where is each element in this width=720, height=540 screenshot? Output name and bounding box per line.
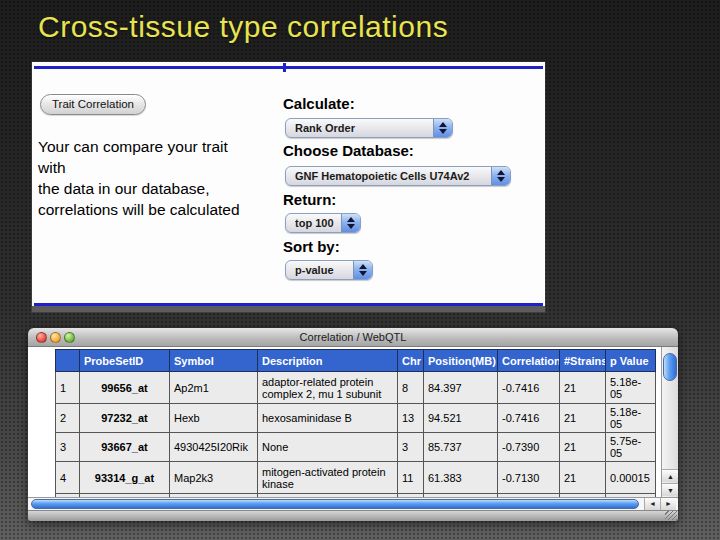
col-header-correlation: Correlation [498,350,560,372]
database-select-value: GNF Hematopoietic Cells U74Av2 [295,167,488,185]
strains-cell: 21 [560,372,606,404]
window-content: ProbeSetID Symbol Description Chr Positi… [28,347,678,497]
position-cell: 94.521 [424,404,498,433]
calculate-select[interactable]: Rank Order [285,118,453,138]
strains-cell: 21 [560,433,606,462]
scroll-down-icon[interactable]: ▼ [662,483,678,496]
description-cell: None [258,433,398,462]
description-line: the data in our database, [38,178,240,199]
return-select[interactable]: top 100 [285,213,361,233]
window-title: Correlation / WebQTL [28,328,678,347]
correlation-link[interactable]: -0.7416 [498,372,560,404]
table-row: 1 99656_at Ap2m1 adaptor-related protein… [56,372,656,404]
window-bottom-edge [28,510,678,521]
description-line: correlations will be calculated [38,199,240,220]
correlation-table: ProbeSetID Symbol Description Chr Positi… [55,349,656,497]
trait-correlation-button[interactable]: Trait Correlation [40,94,146,115]
horizontal-scrollbar[interactable]: ◄ ► [28,497,678,510]
pvalue-cell: 5.18e-05 [606,372,656,404]
row-index: 1 [56,372,80,404]
col-header-symbol: Symbol [170,350,258,372]
vertical-scrollbar[interactable]: ▲ ▼ [661,347,678,497]
row-index: 4 [56,462,80,494]
correlation-link[interactable]: -0.7416 [498,404,560,433]
description-cell: adaptor-related protein complex 2, mu 1 … [258,372,398,404]
pvalue-cell: 5.75e-05 [606,433,656,462]
return-label: Return: [283,191,336,208]
panel-bottom-edge [32,306,545,312]
table-row: 4 93314_g_at Map2k3 mitogen-activated pr… [56,462,656,494]
strains-cell: 21 [560,404,606,433]
symbol-link[interactable]: Hexb [170,404,258,433]
window-titlebar[interactable]: Correlation / WebQTL [28,328,678,347]
symbol-link[interactable]: Map2k3 [170,462,258,494]
description-cell: hexosaminidase B [258,404,398,433]
table-row: 2 97232_at Hexb hexosaminidase B 13 94.5… [56,404,656,433]
calculate-label: Calculate: [283,95,355,112]
slide-background: Cross-tissue type correlations Trait Cor… [0,0,720,540]
col-header-index [56,350,80,372]
table-row: 3 93667_at 4930425I20Rik None 3 85.737 -… [56,433,656,462]
col-header-chr: Chr [398,350,424,372]
sort-by-select-value: p-value [295,261,350,279]
scroll-up-icon[interactable]: ▲ [662,469,678,482]
description-line: with [38,157,240,178]
correlation-link[interactable]: -0.7390 [498,433,560,462]
table-header-row: ProbeSetID Symbol Description Chr Positi… [56,350,656,372]
position-cell: 61.383 [424,462,498,494]
row-index: 2 [56,404,80,433]
col-header-position: Position(MB) [424,350,498,372]
symbol-link[interactable]: Ap2m1 [170,372,258,404]
pvalue-cell: 0.00015 [606,462,656,494]
scroll-right-icon[interactable]: ► [660,498,676,510]
description-cell: mitogen-activated protein kinase [258,462,398,494]
correlation-results-window: Correlation / WebQTL ProbeSetID Symbol D… [28,328,678,521]
horizontal-scrollbar-thumb[interactable] [31,499,639,509]
position-cell: 84.397 [424,372,498,404]
calculate-select-value: Rank Order [295,119,430,137]
dropdown-stepper-icon [341,214,360,232]
probeset-link[interactable]: 93314_g_at [80,462,170,494]
probeset-link[interactable]: 99656_at [80,372,170,404]
correlation-form: Calculate: Rank Order Choose Database: G… [283,62,545,312]
slide-title: Cross-tissue type correlations [38,10,448,44]
position-cell: 85.737 [424,433,498,462]
col-header-probesetid: ProbeSetID [80,350,170,372]
strains-cell: 21 [560,462,606,494]
col-header-description: Description [258,350,398,372]
scroll-left-icon[interactable]: ◄ [644,498,660,510]
dropdown-stepper-icon [491,167,510,185]
correlation-link[interactable]: -0.7130 [498,462,560,494]
col-header-pvalue: p Value [606,350,656,372]
chr-cell: 3 [398,433,424,462]
panel-description: Your can compare your trait with the dat… [38,136,240,220]
pvalue-cell: 5.18e-05 [606,404,656,433]
dropdown-stepper-icon [353,261,372,279]
row-index: 3 [56,433,80,462]
symbol-link[interactable]: 4930425I20Rik [170,433,258,462]
chr-cell: 8 [398,372,424,404]
probeset-link[interactable]: 97232_at [80,404,170,433]
trait-correlation-panel: Trait Correlation Your can compare your … [32,62,545,312]
probeset-link[interactable]: 93667_at [80,433,170,462]
col-header-strains: #Strains [560,350,606,372]
database-select[interactable]: GNF Hematopoietic Cells U74Av2 [285,166,511,186]
description-line: Your can compare your trait [38,136,240,157]
vertical-scrollbar-thumb[interactable] [663,353,677,381]
sort-by-select[interactable]: p-value [285,260,373,280]
dropdown-stepper-icon [433,119,452,137]
chr-cell: 13 [398,404,424,433]
chr-cell: 11 [398,462,424,494]
return-select-value: top 100 [295,214,338,232]
sort-by-label: Sort by: [283,238,340,255]
choose-database-label: Choose Database: [283,142,414,159]
resize-grip-icon[interactable] [665,511,677,520]
